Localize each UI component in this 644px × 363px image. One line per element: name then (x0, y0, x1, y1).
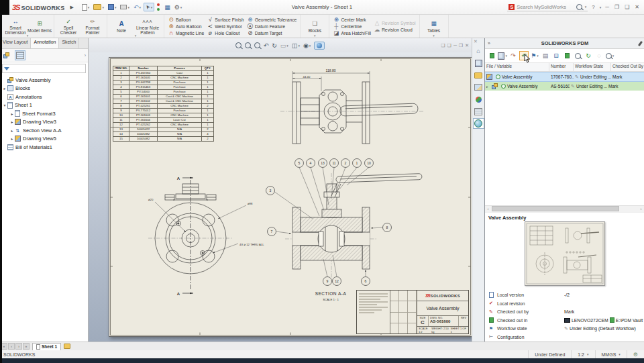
datum-target-button[interactable]: ⊘Datum Target (246, 30, 299, 36)
hide-show-items-button[interactable]: ◉▾ (303, 42, 311, 49)
tab-annotation[interactable]: Annotation (31, 38, 59, 48)
pdm-get-latest-button[interactable] (487, 51, 496, 60)
taskpane-view-palette-tab[interactable] (473, 82, 484, 93)
file-properties-button[interactable]: ▦ (163, 3, 172, 11)
balloon[interactable]: 10 (367, 161, 371, 165)
spell-checker-button[interactable]: ✓ Spell Checker (56, 17, 80, 35)
flange-view[interactable]: A A ⌀20 ⌀98 (148, 176, 264, 296)
format-painter-button[interactable]: ✏ Format Painter (80, 17, 105, 35)
pdm-change-state-button[interactable]: ⚑▾ (530, 51, 539, 60)
balloon[interactable]: 8 (386, 225, 388, 229)
search-box[interactable]: S Search MySolidWorks ▾ (507, 3, 588, 11)
bom-table[interactable]: ITEM NO. Number Process QTY. 1PV-467260C… (113, 66, 214, 142)
status-tag-button[interactable]: ⚙ (627, 350, 644, 358)
display-style-button[interactable]: ◫▾ (292, 42, 300, 49)
tree-item-sheet-format3[interactable]: ▸Sheet Format3 (0, 109, 88, 118)
search-input[interactable]: Search MySolidWorks (517, 4, 574, 10)
doc-new-window-icon[interactable]: ❏ (441, 43, 445, 48)
taskpane-custom-properties-tab[interactable] (473, 106, 484, 117)
tree-item-annotations[interactable]: AAnnotations (0, 93, 88, 101)
tree-item-drawing-view5[interactable]: ▸Drawing View5 (0, 135, 88, 144)
balloon[interactable]: 11 (332, 161, 335, 165)
column-checked-out-by[interactable]: Checked Out By (611, 63, 644, 71)
scroll-left-icon[interactable]: ‹ (485, 207, 491, 211)
balloon[interactable]: 12 (335, 279, 339, 283)
model-items-button[interactable]: ⊞ Model Items (28, 20, 52, 33)
balloon[interactable]: 3 (270, 189, 272, 193)
magnetic-line-button[interactable]: ∩Magnetic Line (166, 30, 205, 36)
blocks-group-caret[interactable]: ▾ (314, 34, 316, 38)
prev-sheet-icon[interactable]: ‹ (8, 343, 15, 350)
tables-group-caret[interactable]: ▾ (433, 34, 435, 38)
tree-item-valve-assembly[interactable]: Valve Assembly (0, 76, 88, 85)
rotate-view-button[interactable]: ↻ (272, 42, 277, 49)
preview-thumbnail[interactable] (525, 221, 605, 286)
bore-label[interactable]: ⌀20 (148, 198, 154, 201)
doc-restore-icon[interactable]: ❐ (459, 43, 463, 48)
tree-item-blocks[interactable]: ▸Blocks (0, 85, 88, 93)
holes-label[interactable]: 4X ⌀ 12 THRU ALL (239, 243, 264, 246)
undo-button[interactable]: ↶▾ (132, 3, 142, 11)
pdm-search-files-button[interactable] (573, 51, 582, 60)
taskpane-design-library-tab[interactable] (473, 58, 484, 68)
maximize-button[interactable]: ❏ (623, 4, 631, 10)
print-button[interactable]: ▾ (119, 4, 131, 10)
centerline-button[interactable]: ┼Centerline (331, 23, 372, 30)
propertymanager-tab[interactable] (15, 50, 25, 60)
column-workflow-state[interactable]: Workflow State (574, 63, 611, 71)
search-scope-caret[interactable]: ▾ (585, 5, 587, 9)
dim-overall[interactable]: 118.80 (326, 68, 336, 72)
new-document-button[interactable]: ▾ (80, 3, 91, 11)
scroll-right-icon[interactable]: › (638, 207, 644, 211)
taskpane-appearances-tab[interactable] (473, 94, 484, 105)
taskpane-file-explorer-tab[interactable] (473, 70, 484, 81)
minimize-button[interactable]: ─ (604, 4, 610, 10)
zoom-in-out-button[interactable] (254, 42, 260, 48)
pdm-data-card-button[interactable]: ▤ (541, 51, 550, 60)
zoom-to-area-button[interactable] (245, 42, 251, 48)
doc-minimize-icon[interactable]: ─ (453, 43, 457, 48)
taskpane-close-icon[interactable]: ✕ (474, 39, 478, 44)
menu-flyout-icon[interactable]: ▶ (70, 5, 73, 10)
pdm-search-dropdown[interactable]: ▾ (605, 51, 614, 60)
section-view[interactable]: 5 4 13 11 2 1 10 3 7 (266, 159, 423, 302)
column-number[interactable]: Number (549, 63, 574, 71)
pdm-horizontal-scrollbar[interactable]: ‹ › (485, 205, 644, 212)
scrollbar-thumb[interactable] (492, 206, 619, 211)
auto-balloon-button[interactable]: ⊛Auto Balloon (166, 23, 205, 30)
balloon[interactable]: 13 (321, 161, 325, 165)
tree-filter[interactable] (2, 64, 86, 73)
pdm-vault-view-button[interactable] (562, 51, 572, 60)
restore-button[interactable]: ❐ (613, 4, 621, 10)
next-sheet-icon[interactable]: › (15, 343, 22, 350)
edit-appearance-button[interactable] (314, 42, 325, 50)
balloon[interactable]: 7 (271, 229, 273, 234)
tree-item-bill-of-materials[interactable]: Bill of Materials1 (0, 143, 88, 152)
featuremanager-tab[interactable] (2, 50, 13, 60)
balloon[interactable]: 4 (310, 161, 312, 165)
blocks-button[interactable]: ❏ Blocks (303, 20, 327, 33)
taskpane-pdm-tab[interactable] (473, 118, 484, 129)
area-hatch-fill-button[interactable]: ◪Area Hatch/Fill (331, 30, 372, 36)
pdm-check-out-button[interactable]: ↷ (508, 51, 518, 60)
column-file-variable[interactable]: File / Variable (485, 63, 549, 71)
smart-dimension-button[interactable]: ↔ Smart Dimension (3, 17, 28, 35)
rebuild-button[interactable] (156, 3, 162, 11)
last-sheet-icon[interactable]: » (23, 343, 30, 350)
balloon[interactable]: 9 (327, 279, 329, 283)
balloon[interactable]: 6 (365, 279, 367, 283)
pdm-file-row[interactable]: ▸Valve Assembly AS-561600 ✎Under Editing… (485, 82, 644, 91)
balloon[interactable]: 2 (345, 161, 347, 165)
pdm-options-button[interactable]: ◌ (594, 51, 604, 60)
expand-icon[interactable]: ▸ (486, 85, 490, 89)
zoom-to-fit-button[interactable] (235, 42, 241, 48)
panel-expand-icon[interactable]: › (85, 53, 86, 58)
note-group-caret[interactable]: ▾ (135, 34, 137, 38)
doc-close-icon[interactable]: ✕ (465, 43, 469, 48)
doc-cascade-icon[interactable]: ❏ (447, 43, 451, 48)
search-icon[interactable] (576, 4, 582, 10)
save-button[interactable]: ▾ (107, 3, 118, 11)
close-button[interactable]: ✕ (633, 4, 641, 10)
tree-item-drawing-view3[interactable]: ▸Drawing View3 (0, 118, 88, 127)
balloon-button[interactable]: ⊙Balloon (166, 16, 205, 23)
